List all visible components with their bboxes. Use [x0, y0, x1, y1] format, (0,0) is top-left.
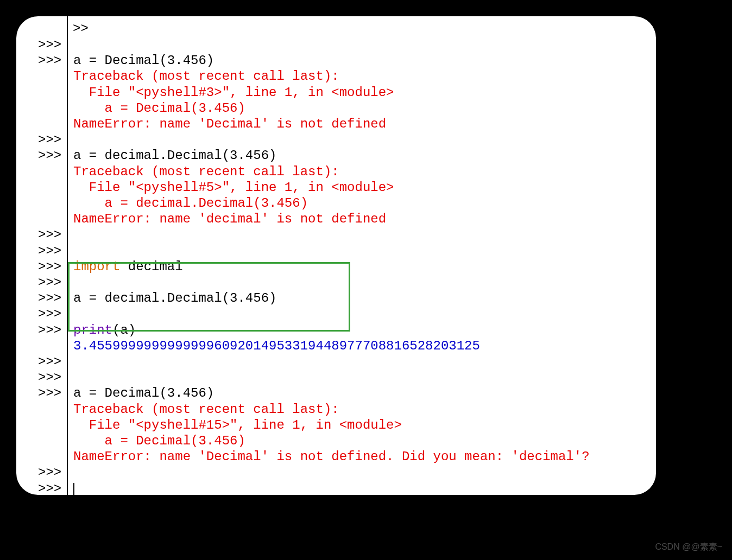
code-segment: File "<pyshell#5>", line 1, in <module> — [73, 180, 394, 195]
shell-line: NameError: name 'Decimal' is not defined — [16, 116, 656, 132]
code-segment: a = decimal.Decimal(3.456) — [73, 196, 308, 211]
prompt: >>> — [16, 37, 68, 53]
code-segment: a = Decimal(3.456) — [73, 101, 245, 116]
prompt — [16, 449, 68, 464]
line-content: 3.45599999999999996092014953319448977708… — [68, 338, 480, 354]
prompt-gutter-top: >> — [45, 16, 68, 37]
line-content: NameError: name 'Decimal' is not defined — [68, 116, 386, 132]
code-segment: decimal — [120, 259, 182, 274]
prompt: >>> — [16, 290, 68, 306]
line-content: a = Decimal(3.456) — [68, 385, 214, 401]
prompt — [16, 211, 68, 227]
line-content — [68, 132, 73, 148]
line-content: a = decimal.Decimal(3.456) — [68, 148, 276, 163]
prompt: >>> — [16, 243, 68, 259]
code-segment: a = decimal.Decimal(3.456) — [73, 148, 276, 163]
code-segment: NameError: name 'decimal' is not defined — [73, 212, 386, 226]
prompt — [16, 100, 68, 116]
code-segment: NameError: name 'Decimal' is not defined — [73, 117, 386, 131]
line-content: Traceback (most recent call last): — [68, 68, 339, 84]
line-content: a = Decimal(3.456) — [68, 433, 245, 449]
prompt: >>> — [16, 354, 68, 370]
shell-line: >>> — [16, 37, 656, 53]
prompt — [16, 116, 68, 132]
line-content: a = decimal.Decimal(3.456) — [68, 195, 308, 211]
partial-prompt: >> — [73, 21, 89, 36]
line-content — [68, 37, 73, 53]
shell-line: >>> — [16, 464, 656, 480]
prompt: >>> — [16, 481, 68, 495]
watermark: CSDN @@素素~ — [655, 539, 722, 555]
shell-line: File "<pyshell#15>", line 1, in <module> — [16, 417, 656, 433]
shell-line: >>> — [16, 481, 656, 495]
shell-line: Traceback (most recent call last): — [16, 68, 656, 84]
shell-line: >>>a = Decimal(3.456) — [16, 53, 656, 68]
shell-line: a = decimal.Decimal(3.456) — [16, 195, 656, 211]
shell-line: File "<pyshell#5>", line 1, in <module> — [16, 180, 656, 195]
prompt: >>> — [16, 385, 68, 401]
shell-line: NameError: name 'Decimal' is not defined… — [16, 449, 656, 464]
code-area[interactable]: >> >>>>>>a = Decimal(3.456)Traceback (mo… — [16, 16, 656, 495]
code-segment: 3.45599999999999996092014953319448977708… — [73, 339, 480, 353]
code-segment: Traceback (most recent call last): — [73, 69, 339, 84]
prompt: >>> — [16, 132, 68, 148]
prompt: >>> — [16, 148, 68, 163]
line-content — [68, 370, 73, 385]
code-segment: Traceback (most recent call last): — [73, 164, 339, 179]
shell-line: >>> — [16, 243, 656, 259]
prompt — [16, 402, 68, 417]
prompt — [16, 68, 68, 84]
shell-line: File "<pyshell#3>", line 1, in <module> — [16, 85, 656, 100]
shell-line: >>> — [16, 370, 656, 385]
shell-line: >>>print(a) — [16, 322, 656, 338]
shell-line: a = Decimal(3.456) — [16, 433, 656, 449]
shell-line: NameError: name 'decimal' is not defined — [16, 211, 656, 227]
line-content — [68, 464, 73, 480]
code-segment: Traceback (most recent call last): — [73, 402, 339, 417]
line-content: Traceback (most recent call last): — [68, 402, 339, 417]
shell-line: >>> — [16, 306, 656, 322]
code-segment: a = Decimal(3.456) — [73, 386, 214, 400]
shell-lines: >>>>>>a = Decimal(3.456)Traceback (most … — [16, 37, 656, 495]
line-content: a = Decimal(3.456) — [68, 100, 245, 116]
line-content: File "<pyshell#5>", line 1, in <module> — [68, 180, 394, 195]
code-segment: a = Decimal(3.456) — [73, 53, 214, 68]
line-content: Traceback (most recent call last): — [68, 164, 339, 180]
code-segment: File "<pyshell#15>", line 1, in <module> — [73, 418, 402, 432]
line-content — [68, 354, 73, 370]
shell-line: >>> — [16, 275, 656, 290]
code-segment: a = decimal.Decimal(3.456) — [73, 291, 276, 306]
prompt — [16, 85, 68, 100]
prompt — [16, 164, 68, 180]
python-shell-window: >> >>>>>>a = Decimal(3.456)Traceback (mo… — [16, 16, 656, 495]
shell-line: >>>a = decimal.Decimal(3.456) — [16, 148, 656, 163]
shell-line: >>>import decimal — [16, 259, 656, 275]
line-content — [68, 243, 73, 259]
shell-line: >>> — [16, 227, 656, 243]
line-content — [68, 275, 73, 290]
line-content: NameError: name 'decimal' is not defined — [68, 211, 386, 227]
prompt: >>> — [16, 53, 68, 68]
shell-line: >>>a = Decimal(3.456) — [16, 385, 656, 401]
prompt — [16, 195, 68, 211]
line-content — [68, 227, 73, 243]
prompt: >>> — [16, 464, 68, 480]
line-content: import decimal — [68, 259, 183, 275]
shell-line: Traceback (most recent call last): — [16, 402, 656, 417]
shell-line: 3.45599999999999996092014953319448977708… — [16, 338, 656, 354]
prompt: >>> — [16, 259, 68, 275]
line-content: File "<pyshell#3>", line 1, in <module> — [68, 85, 394, 100]
prompt — [16, 417, 68, 433]
code-segment: import — [73, 259, 120, 274]
code-segment: (a) — [112, 323, 136, 338]
shell-line: a = Decimal(3.456) — [16, 100, 656, 116]
prompt: >>> — [16, 370, 68, 385]
prompt: >>> — [16, 322, 68, 338]
line-content: a = Decimal(3.456) — [68, 53, 214, 68]
prompt: >>> — [16, 275, 68, 290]
line-content: NameError: name 'Decimal' is not defined… — [68, 449, 590, 464]
shell-line: >>> — [16, 354, 656, 370]
prompt — [16, 338, 68, 354]
code-segment: File "<pyshell#3>", line 1, in <module> — [73, 85, 394, 100]
shell-line: >>>a = decimal.Decimal(3.456) — [16, 290, 656, 306]
